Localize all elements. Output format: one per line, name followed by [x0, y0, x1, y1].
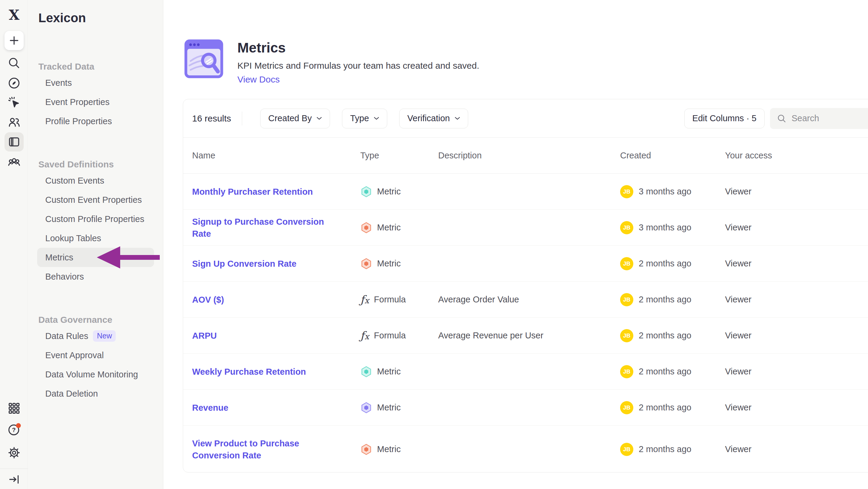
- sidebar-section-label: Tracked Data: [29, 60, 163, 73]
- filter-created-by[interactable]: Created By: [260, 109, 330, 128]
- sidebar-item-label: Data Rules: [45, 326, 88, 346]
- edit-columns-button[interactable]: Edit Columns · 5: [684, 109, 765, 128]
- table-row: ARPUƒxFormulaAverage Revenue per UserJB2…: [183, 318, 868, 354]
- created-cell: JB2 months ago: [620, 401, 725, 414]
- metric-name-link[interactable]: Signup to Purchase Conversion Rate: [192, 216, 360, 240]
- sidebar-item-label: Metrics: [45, 248, 73, 267]
- created-label: 2 months ago: [639, 295, 691, 305]
- view-docs-link[interactable]: View Docs: [237, 74, 479, 85]
- metric-name-link[interactable]: View Product to Purchase Conversion Rate: [192, 437, 360, 461]
- rail-item-help[interactable]: ?: [4, 420, 24, 439]
- sidebar-item-label: Custom Event Properties: [45, 190, 142, 209]
- rail-item-mixpanel-logo[interactable]: X: [4, 5, 24, 25]
- sidebar-title: Lexicon: [29, 0, 163, 33]
- created-cell: JB2 months ago: [620, 293, 725, 306]
- access-cell: Viewer: [725, 367, 868, 376]
- sidebar-item-label: Profile Properties: [45, 112, 112, 131]
- type-label: Metric: [377, 186, 401, 197]
- created-label: 2 months ago: [639, 367, 691, 376]
- metric-hexagon-icon: [360, 222, 372, 234]
- formula-fx-icon: ƒx: [360, 293, 369, 306]
- table-row: AOV ($)ƒxFormulaAverage Order ValueJB2 m…: [183, 282, 868, 318]
- rail-item-cohorts[interactable]: [4, 153, 24, 172]
- type-label: Metric: [377, 444, 401, 454]
- cohorts-icon: [7, 155, 21, 169]
- metric-name-link[interactable]: Sign Up Conversion Rate: [192, 258, 360, 270]
- sidebar-item-label: Data Deletion: [45, 384, 98, 403]
- metric-hexagon-icon: [360, 443, 372, 455]
- metric-name-link[interactable]: ARPU: [192, 330, 360, 342]
- type-label: Metric: [377, 259, 401, 268]
- type-cell: Metric: [360, 258, 438, 270]
- rail-item-search[interactable]: [4, 53, 24, 73]
- avatar: JB: [620, 365, 633, 378]
- metrics-illustration-icon: [183, 38, 225, 80]
- rail-item-cursor-click[interactable]: [4, 93, 24, 112]
- sidebar-item-custom-events[interactable]: Custom Events: [37, 171, 154, 190]
- rail-item-settings[interactable]: [4, 443, 24, 462]
- type-label: Metric: [377, 223, 401, 232]
- table-row: View Product to Purchase Conversion Rate…: [183, 426, 868, 473]
- sidebar-item-label: Event Properties: [45, 92, 110, 112]
- column-header-your-access: Your access: [725, 151, 868, 161]
- rail-item-users[interactable]: [4, 113, 24, 132]
- type-cell: Metric: [360, 443, 438, 455]
- sidebar-item-metrics[interactable]: Metrics: [37, 248, 154, 267]
- metric-name-link[interactable]: Monthly Purchaser Retention: [192, 186, 360, 198]
- chevron-down-icon: [316, 117, 322, 120]
- rail-item-plus[interactable]: [4, 31, 24, 50]
- rail-item-lexicon-panel[interactable]: [4, 132, 24, 151]
- type-label: Metric: [377, 403, 401, 412]
- chevron-down-icon: [455, 117, 460, 120]
- search-input[interactable]: [792, 113, 868, 123]
- cursor-click-icon: [7, 96, 21, 110]
- table-row: Sign Up Conversion RateMetricJB2 months …: [183, 246, 868, 282]
- sidebar-item-data-rules[interactable]: Data RulesNew: [37, 326, 154, 346]
- apps-grid-icon: [7, 401, 21, 415]
- avatar: JB: [620, 293, 633, 306]
- sidebar-item-events[interactable]: Events: [37, 73, 154, 92]
- toolbar-divider: [242, 112, 242, 125]
- sidebar-item-behaviors[interactable]: Behaviors: [37, 267, 154, 286]
- search-box[interactable]: [770, 108, 868, 129]
- filter-type[interactable]: Type: [342, 109, 387, 128]
- results-count: 16 results: [192, 113, 231, 124]
- metric-name-link[interactable]: Weekly Purchase Retention: [192, 366, 360, 378]
- access-cell: Viewer: [725, 403, 868, 412]
- rail-item-compass[interactable]: [4, 74, 24, 93]
- sidebar-item-profile-properties[interactable]: Profile Properties: [37, 112, 154, 131]
- type-label: Formula: [374, 295, 406, 305]
- sidebar-item-data-volume-monitoring[interactable]: Data Volume Monitoring: [37, 365, 154, 384]
- column-header-type: Type: [360, 151, 438, 161]
- sidebar: Lexicon Tracked DataEventsEvent Properti…: [29, 0, 163, 489]
- sidebar-item-lookup-tables[interactable]: Lookup Tables: [37, 229, 154, 248]
- avatar: JB: [620, 221, 633, 234]
- rail-item-sign-out[interactable]: [4, 470, 24, 489]
- notification-dot: [16, 423, 21, 428]
- sidebar-item-label: Lookup Tables: [45, 229, 101, 248]
- rail-item-apps-grid[interactable]: [4, 399, 24, 418]
- sidebar-item-label: Event Approval: [45, 346, 104, 365]
- sidebar-section-label: Data Governance: [29, 313, 163, 326]
- sidebar-section-label: Saved Definitions: [29, 158, 163, 171]
- table-row: RevenueMetricJB2 months agoViewer: [183, 390, 868, 426]
- created-cell: JB2 months ago: [620, 329, 725, 342]
- sidebar-item-event-approval[interactable]: Event Approval: [37, 346, 154, 365]
- help-icon: ?: [7, 423, 21, 436]
- type-cell: Metric: [360, 186, 438, 198]
- sidebar-item-event-properties[interactable]: Event Properties: [37, 92, 154, 112]
- filter-verification[interactable]: Verification: [399, 109, 468, 128]
- type-cell: Metric: [360, 222, 438, 234]
- created-cell: JB3 months ago: [620, 221, 725, 234]
- sidebar-item-custom-profile-properties[interactable]: Custom Profile Properties: [37, 209, 154, 229]
- sidebar-item-label: Custom Events: [45, 171, 104, 190]
- metric-hexagon-icon: [360, 366, 372, 378]
- sidebar-item-custom-event-properties[interactable]: Custom Event Properties: [37, 190, 154, 209]
- table-row: Monthly Purchaser RetentionMetricJB3 mon…: [183, 174, 868, 210]
- metric-name-link[interactable]: Revenue: [192, 402, 360, 414]
- column-header-description: Description: [438, 151, 620, 161]
- metric-name-link[interactable]: AOV ($): [192, 294, 360, 306]
- mixpanel-logo-icon: X: [9, 8, 20, 22]
- lexicon-panel-icon: [7, 135, 21, 149]
- sidebar-item-data-deletion[interactable]: Data Deletion: [37, 384, 154, 403]
